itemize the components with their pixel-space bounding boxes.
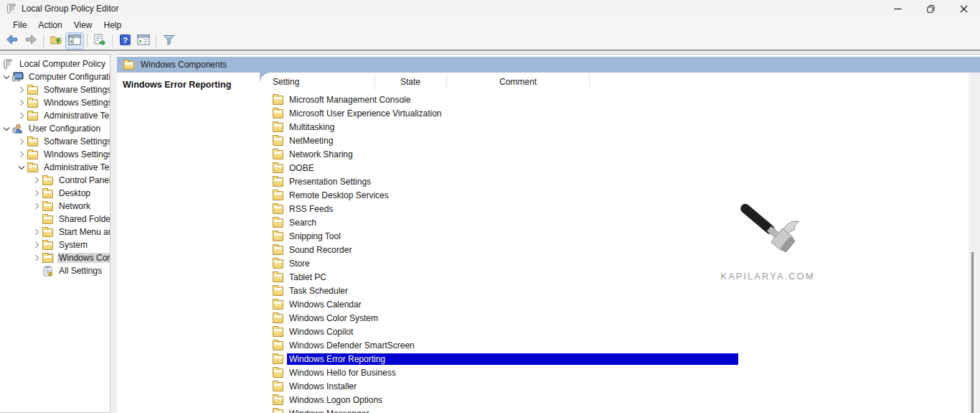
setting-row-sound-recorder[interactable]: Sound Recorder: [260, 243, 980, 256]
tree-item-control-panel[interactable]: Control Panel: [0, 174, 110, 187]
chevron-spacer: [32, 214, 42, 224]
tree-item-all-settings[interactable]: All Settings: [0, 264, 110, 277]
minimize-button[interactable]: [881, 0, 914, 17]
menu-item-file[interactable]: File: [7, 19, 32, 32]
setting-row-search[interactable]: Search: [260, 215, 980, 229]
setting-row-windows-logon-options[interactable]: Windows Logon Options: [260, 393, 980, 407]
chevron-right-icon[interactable]: [17, 98, 27, 108]
column-header-comment[interactable]: Comment: [446, 77, 590, 87]
chevron-right-icon[interactable]: [17, 85, 27, 95]
setting-row-snipping-tool[interactable]: Snipping Tool: [260, 229, 980, 243]
tree-item-local-computer-policy[interactable]: Local Computer Policy: [0, 57, 110, 70]
folder-icon: [27, 151, 38, 159]
tree-item-software-settings[interactable]: Software Settings: [0, 135, 110, 148]
tree-item-user-configuration[interactable]: User Configuration: [0, 122, 110, 135]
tree-item-administrative-templates[interactable]: Administrative Templates: [0, 109, 110, 122]
tree-item-network[interactable]: Network: [0, 200, 110, 213]
toolbar-separator: [112, 34, 113, 47]
setting-row-windows-error-reporting[interactable]: Windows Error Reporting: [260, 352, 980, 366]
tree-item-shared-folders[interactable]: Shared Folders: [0, 213, 110, 226]
tree-item-windows-settings[interactable]: Windows Settings: [0, 96, 110, 109]
menu-item-help[interactable]: Help: [98, 19, 128, 32]
setting-row-tablet-pc[interactable]: Tablet PC: [260, 270, 980, 284]
setting-row-windows-messenger[interactable]: Windows Messenger: [260, 407, 980, 413]
tree-item-computer-configuration[interactable]: Computer Configuration: [0, 70, 110, 83]
setting-row-oobe[interactable]: OOBE: [260, 161, 980, 175]
setting-row-windows-calendar[interactable]: Windows Calendar: [260, 297, 980, 311]
setting-row-remote-desktop-services[interactable]: Remote Desktop Services: [260, 188, 980, 202]
column-header-setting[interactable]: Setting: [273, 77, 299, 87]
export-list-button[interactable]: [91, 33, 108, 49]
details-panel-title: Windows Components: [141, 60, 227, 70]
folder-icon: [273, 328, 283, 337]
help-button[interactable]: ?: [116, 33, 133, 49]
chevron-down-icon[interactable]: [17, 162, 27, 172]
setting-row-rss-feeds[interactable]: RSS Feeds: [260, 202, 980, 215]
show-extended-view-button[interactable]: [135, 33, 152, 49]
tree-item-system[interactable]: System: [0, 238, 110, 251]
vertical-scrollbar[interactable]: [969, 73, 980, 413]
tree-item-label: Windows Components: [57, 253, 110, 263]
tree-item-administrative-templates[interactable]: Administrative Templates: [0, 161, 110, 174]
tree-item-software-settings[interactable]: Software Settings: [0, 83, 110, 96]
setting-label: Windows Calendar: [287, 299, 364, 310]
panel-splitter[interactable]: [110, 54, 117, 413]
filter-icon: [163, 34, 175, 48]
tree-item-windows-components[interactable]: Windows Components: [0, 251, 110, 264]
chevron-right-icon[interactable]: [17, 149, 27, 159]
setting-row-windows-hello-for-business[interactable]: Windows Hello for Business: [260, 366, 980, 379]
chevron-right-icon[interactable]: [32, 253, 42, 263]
chevron-down-icon[interactable]: [1, 72, 11, 82]
setting-row-windows-defender-smartscreen[interactable]: Windows Defender SmartScreen: [260, 338, 980, 352]
window-controls: [881, 0, 980, 17]
toolbar-separator: [87, 34, 88, 47]
setting-label: Microsoft User Experience Virtualization: [287, 108, 444, 119]
column-separator: [589, 74, 590, 90]
setting-row-multitasking[interactable]: Multitasking: [260, 120, 980, 134]
setting-row-network-sharing[interactable]: Network Sharing: [260, 147, 980, 161]
column-header-state[interactable]: State: [374, 77, 446, 87]
chevron-right-icon[interactable]: [32, 240, 42, 250]
computer-icon: [12, 72, 24, 82]
tree-item-label: Desktop: [57, 188, 92, 198]
menu-item-action[interactable]: Action: [32, 19, 67, 32]
restore-button[interactable]: [914, 0, 947, 17]
setting-label: Search: [287, 217, 319, 228]
chevron-right-icon[interactable]: [17, 111, 27, 121]
setting-row-netmeeting[interactable]: NetMeeting: [260, 134, 980, 147]
folder-icon: [42, 241, 53, 250]
setting-row-microsoft-management-console[interactable]: Microsoft Management Console: [260, 93, 980, 106]
scrollbar-thumb[interactable]: [971, 252, 974, 413]
setting-row-presentation-settings[interactable]: Presentation Settings: [260, 175, 980, 188]
setting-row-microsoft-user-experience-virtualization[interactable]: Microsoft User Experience Virtualization: [260, 106, 980, 120]
folder-icon: [42, 228, 53, 237]
setting-row-task-scheduler[interactable]: Task Scheduler: [260, 284, 980, 297]
tree-item-start-menu-and-taskbar[interactable]: Start Menu and Taskbar: [0, 226, 110, 238]
gpedit-scroll-icon: [6, 3, 17, 14]
back-arrow-icon: [6, 34, 19, 48]
tree-item-desktop[interactable]: Desktop: [0, 187, 110, 200]
chevron-right-icon[interactable]: [32, 201, 42, 211]
chevron-right-icon[interactable]: [32, 188, 42, 198]
folder-icon: [273, 150, 283, 159]
tree-item-label: All Settings: [57, 266, 103, 276]
chevron-right-icon[interactable]: [32, 227, 42, 237]
chevron-down-icon[interactable]: [1, 124, 11, 134]
folder-icon: [42, 240, 54, 250]
setting-row-windows-installer[interactable]: Windows Installer: [260, 379, 980, 393]
back-button[interactable]: [4, 33, 21, 49]
setting-row-windows-color-system[interactable]: Windows Color System: [260, 311, 980, 325]
forward-button[interactable]: [22, 33, 39, 49]
menu-item-view[interactable]: View: [68, 19, 98, 32]
up-one-level-button[interactable]: [47, 33, 65, 49]
close-button[interactable]: [947, 0, 980, 17]
tree-item-windows-settings[interactable]: Windows Settings: [0, 148, 110, 161]
setting-label: Network Sharing: [287, 149, 355, 160]
filter-button[interactable]: [160, 33, 177, 49]
chevron-right-icon[interactable]: [32, 175, 42, 185]
show-console-tree-button[interactable]: [66, 33, 83, 49]
export-list-icon: [93, 34, 106, 48]
setting-row-store[interactable]: Store: [260, 256, 980, 270]
chevron-right-icon[interactable]: [17, 136, 27, 147]
setting-row-windows-copilot[interactable]: Windows Copilot: [260, 325, 980, 338]
